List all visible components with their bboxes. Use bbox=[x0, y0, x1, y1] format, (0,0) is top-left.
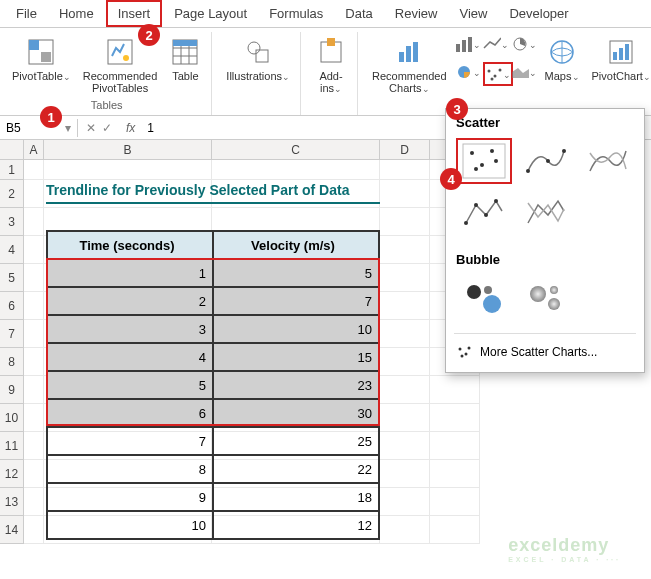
cell[interactable] bbox=[24, 516, 44, 544]
col-header-b[interactable]: B bbox=[44, 140, 212, 160]
row-header[interactable]: 14 bbox=[0, 516, 24, 544]
addins-button[interactable]: Add- ins bbox=[311, 34, 351, 97]
tab-developer[interactable]: Developer bbox=[499, 2, 578, 25]
cell[interactable] bbox=[380, 516, 430, 544]
enter-icon[interactable]: ✓ bbox=[102, 121, 112, 135]
cell[interactable] bbox=[430, 432, 480, 460]
cell[interactable] bbox=[430, 376, 480, 404]
cell-time[interactable]: 6 bbox=[47, 399, 213, 427]
cell[interactable] bbox=[380, 404, 430, 432]
cancel-icon[interactable]: ✕ bbox=[86, 121, 96, 135]
more-scatter-charts[interactable]: More Scatter Charts... bbox=[446, 336, 644, 368]
chart-pie-button[interactable] bbox=[511, 34, 537, 54]
cell-velocity[interactable]: 10 bbox=[213, 315, 379, 343]
scatter-straight-lines[interactable] bbox=[518, 190, 574, 236]
cell-time[interactable]: 8 bbox=[47, 455, 213, 483]
cell[interactable] bbox=[380, 236, 430, 264]
cell[interactable] bbox=[24, 236, 44, 264]
cell[interactable] bbox=[430, 460, 480, 488]
tab-home[interactable]: Home bbox=[49, 2, 104, 25]
scatter-smooth-lines-markers[interactable] bbox=[518, 138, 574, 184]
cell[interactable] bbox=[24, 432, 44, 460]
table-button[interactable]: Table bbox=[165, 34, 205, 84]
cell-time[interactable]: 4 bbox=[47, 343, 213, 371]
cell[interactable] bbox=[44, 160, 212, 180]
cell[interactable] bbox=[380, 376, 430, 404]
col-header-d[interactable]: D bbox=[380, 140, 430, 160]
row-header[interactable]: 3 bbox=[0, 208, 24, 236]
col-header-c[interactable]: C bbox=[212, 140, 380, 160]
cell-velocity[interactable]: 18 bbox=[213, 483, 379, 511]
cell[interactable] bbox=[24, 180, 44, 208]
cell-time[interactable]: 5 bbox=[47, 371, 213, 399]
row-header[interactable]: 1 bbox=[0, 160, 24, 180]
col-header-a[interactable]: A bbox=[24, 140, 44, 160]
cell[interactable] bbox=[380, 160, 430, 180]
cell[interactable] bbox=[24, 376, 44, 404]
cell[interactable] bbox=[24, 292, 44, 320]
cell-velocity[interactable]: 5 bbox=[213, 259, 379, 287]
cell[interactable] bbox=[24, 160, 44, 180]
row-header[interactable]: 8 bbox=[0, 348, 24, 376]
illustrations-button[interactable]: Illustrations bbox=[222, 34, 294, 85]
cell-velocity[interactable]: 23 bbox=[213, 371, 379, 399]
cell[interactable] bbox=[212, 160, 380, 180]
cell[interactable] bbox=[24, 460, 44, 488]
scatter-straight-lines-markers[interactable] bbox=[456, 190, 512, 236]
row-header[interactable]: 11 bbox=[0, 432, 24, 460]
cell-velocity[interactable]: 22 bbox=[213, 455, 379, 483]
cell[interactable] bbox=[430, 516, 480, 544]
cell-time[interactable]: 3 bbox=[47, 315, 213, 343]
cell[interactable] bbox=[24, 320, 44, 348]
chart-scatter-button[interactable] bbox=[483, 62, 513, 86]
cell-time[interactable]: 10 bbox=[47, 511, 213, 539]
chart-area-button[interactable] bbox=[511, 62, 537, 82]
cell[interactable] bbox=[380, 320, 430, 348]
cell-velocity[interactable]: 25 bbox=[213, 427, 379, 455]
cell[interactable] bbox=[380, 264, 430, 292]
cell-velocity[interactable]: 12 bbox=[213, 511, 379, 539]
cell[interactable] bbox=[430, 404, 480, 432]
cell-velocity[interactable]: 30 bbox=[213, 399, 379, 427]
maps-button[interactable]: Maps bbox=[541, 34, 584, 85]
tab-view[interactable]: View bbox=[449, 2, 497, 25]
pivottable-button[interactable]: PivotTable bbox=[8, 34, 75, 85]
cell-time[interactable]: 1 bbox=[47, 259, 213, 287]
row-header[interactable]: 4 bbox=[0, 236, 24, 264]
name-box[interactable]: B5 ▾ bbox=[0, 119, 78, 137]
cell[interactable] bbox=[380, 460, 430, 488]
tab-file[interactable]: File bbox=[6, 2, 47, 25]
row-header[interactable]: 10 bbox=[0, 404, 24, 432]
bubble-3d[interactable] bbox=[518, 275, 574, 321]
row-header[interactable]: 5 bbox=[0, 264, 24, 292]
row-header[interactable]: 9 bbox=[0, 376, 24, 404]
cell-velocity[interactable]: 7 bbox=[213, 287, 379, 315]
chart-line-button[interactable] bbox=[483, 34, 509, 54]
cell-time[interactable]: 7 bbox=[47, 427, 213, 455]
cell[interactable] bbox=[380, 180, 430, 208]
row-header[interactable]: 6 bbox=[0, 292, 24, 320]
cell-time[interactable]: 2 bbox=[47, 287, 213, 315]
tab-data[interactable]: Data bbox=[335, 2, 382, 25]
chart-pie2-button[interactable] bbox=[455, 62, 481, 82]
cell[interactable] bbox=[24, 488, 44, 516]
select-all-corner[interactable] bbox=[0, 140, 24, 160]
cell[interactable] bbox=[24, 264, 44, 292]
row-header[interactable]: 12 bbox=[0, 460, 24, 488]
tab-insert[interactable]: Insert bbox=[106, 0, 163, 27]
cell[interactable] bbox=[380, 348, 430, 376]
cell[interactable] bbox=[24, 404, 44, 432]
cell[interactable] bbox=[24, 348, 44, 376]
cell[interactable] bbox=[380, 208, 430, 236]
pivotchart-button[interactable]: PivotChart bbox=[588, 34, 652, 85]
recommended-charts-button[interactable]: Recommended Charts bbox=[368, 34, 451, 97]
bubble-2d[interactable] bbox=[456, 275, 512, 321]
tab-review[interactable]: Review bbox=[385, 2, 448, 25]
scatter-markers-only[interactable] bbox=[456, 138, 512, 184]
formula-bar[interactable]: 1 bbox=[141, 121, 160, 135]
cell-velocity[interactable]: 15 bbox=[213, 343, 379, 371]
cell-time[interactable]: 9 bbox=[47, 483, 213, 511]
tab-formulas[interactable]: Formulas bbox=[259, 2, 333, 25]
cell[interactable] bbox=[380, 432, 430, 460]
tab-page-layout[interactable]: Page Layout bbox=[164, 2, 257, 25]
